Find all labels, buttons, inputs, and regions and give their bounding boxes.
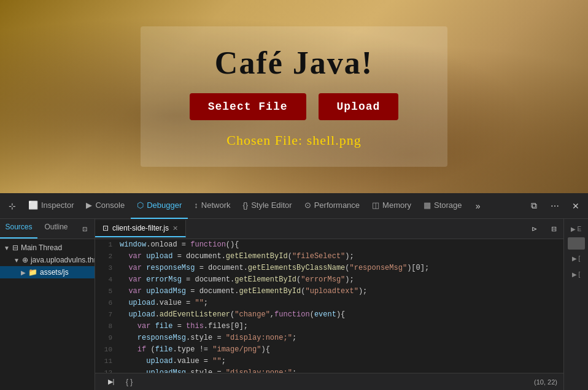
code-line-2: 2 var upload = document.getElementById("…	[95, 251, 563, 262]
page-content: Café Java! Select File Upload Chosen Fil…	[141, 26, 448, 167]
cursor-icon[interactable]: ⊹	[2, 196, 22, 216]
code-line-10: 10 if (file.type != "image/png"){	[95, 344, 563, 356]
more-tabs-button[interactable]: »	[468, 196, 488, 216]
code-tab-filter[interactable]: ⊡ client-side-filter.js ✕	[95, 220, 186, 237]
line-code: var uploadMsg = document.getElementById(…	[117, 286, 563, 297]
line-number: 8	[95, 321, 117, 332]
page-area: Café Java! Select File Upload Chosen Fil…	[0, 0, 588, 193]
right-panel: ▶ E ▶ [ ▶ [	[563, 219, 588, 390]
line-number: 1	[95, 239, 117, 251]
line-code: upload.value = "";	[117, 356, 563, 367]
chosen-file-label: Chosen File: shell.png	[226, 132, 361, 148]
tab-close-button[interactable]: ✕	[172, 224, 178, 232]
line-code: if (file.type != "image/png"){	[117, 344, 563, 356]
watch-button[interactable]	[568, 237, 585, 250]
split-view-button[interactable]: ⊟	[544, 219, 563, 239]
options-button[interactable]: ⋯	[545, 196, 565, 216]
callstack-button[interactable]: ▶ [	[567, 267, 586, 281]
line-number: 3	[95, 262, 117, 274]
line-number: 7	[95, 309, 117, 321]
bottom-bar: ▶| { } (10, 22)	[95, 373, 563, 390]
tab-debugger[interactable]: ⬡ Debugger	[131, 193, 188, 219]
tab-inspector[interactable]: ⬜ Inspector	[22, 193, 80, 219]
debugger-icon: ⬡	[137, 201, 144, 210]
performance-icon: ⊙	[304, 201, 311, 210]
line-code: var errorMsg = document.getElementById("…	[117, 274, 563, 286]
network-icon: ↕	[194, 201, 198, 210]
button-row: Select File Upload	[190, 93, 399, 120]
line-code: upload.value = "";	[117, 297, 563, 309]
file-tree: ▼ ⊟ Main Thread ▼ ⊕ java.uploadvulns.thm…	[0, 239, 95, 390]
console-icon: ▶	[86, 201, 92, 210]
code-line-8: 8 var file = this.files[0];	[95, 321, 563, 332]
line-code: var upload = document.getElementById("fi…	[117, 251, 563, 262]
line-number: 9	[95, 332, 117, 344]
upload-button[interactable]: Upload	[319, 93, 399, 120]
line-number: 10	[95, 344, 117, 356]
cafe-title-text: Café Java!	[215, 45, 373, 80]
tree-arrow: ▼	[4, 245, 10, 251]
code-line-12: 12 uploadMsg.style = "display:none;";	[95, 367, 563, 373]
tab-sources[interactable]: Sources	[0, 219, 37, 239]
panel-tabs: Sources Outline ⊡	[0, 219, 95, 239]
storage-icon: ▦	[424, 201, 431, 210]
close-button[interactable]: ✕	[566, 196, 586, 216]
select-file-button[interactable]: Select File	[190, 93, 306, 120]
scope-button[interactable]: ▶ E	[567, 221, 586, 236]
line-number: 5	[95, 286, 117, 297]
globe-icon: ⊕	[22, 256, 28, 264]
thread-icon: ⊟	[12, 243, 18, 252]
tree-arrow-domain: ▼	[14, 257, 20, 264]
tab-performance[interactable]: ⊙ Performance	[298, 193, 366, 219]
inspector-icon: ⬜	[28, 201, 38, 210]
panel-options-button[interactable]: ⊡	[75, 219, 95, 239]
line-code: var responseMsg = document.getElementsBy…	[117, 262, 563, 274]
style-editor-icon: {}	[242, 201, 248, 210]
line-number: 2	[95, 251, 117, 262]
tree-main-thread[interactable]: ▼ ⊟ Main Thread	[0, 242, 95, 254]
folder-icon: 📁	[28, 268, 37, 277]
js-file-icon: ⊡	[103, 224, 109, 232]
code-line-1: 1 window.onload = function(){	[95, 239, 563, 251]
line-number: 4	[95, 274, 117, 286]
devtools-body: Sources Outline ⊡ ▼ ⊟ Main Thread ▼ ⊕ ja…	[0, 219, 588, 390]
memory-icon: ◫	[372, 201, 379, 210]
tab-outline[interactable]: Outline	[37, 219, 75, 239]
code-panel-options[interactable]: ⊳	[524, 219, 544, 239]
dock-button[interactable]: ⧉	[524, 196, 544, 216]
breakpoints-button[interactable]: ▶ [	[567, 251, 586, 266]
tree-arrow-folder: ▶	[21, 269, 26, 276]
line-number: 11	[95, 356, 117, 367]
pretty-print-button[interactable]: { }	[126, 378, 133, 386]
step-over-button[interactable]: ▶|	[101, 372, 121, 391]
bottom-left: ▶| { }	[101, 372, 133, 391]
line-number: 6	[95, 297, 117, 309]
code-line-11: 11 upload.value = "";	[95, 356, 563, 367]
code-panel: ⊡ client-side-filter.js ✕ ⊳ ⊟ 1 window.o…	[95, 219, 563, 390]
code-line-5: 5 var uploadMsg = document.getElementByI…	[95, 286, 563, 297]
tree-domain[interactable]: ▼ ⊕ java.uploadvulns.thm	[0, 254, 95, 266]
cursor-position: (10, 22)	[534, 378, 557, 386]
line-code: responseMsg.style = "display:none;";	[117, 332, 563, 344]
code-line-3: 3 var responseMsg = document.getElements…	[95, 262, 563, 274]
code-line-6: 6 upload.value = "";	[95, 297, 563, 309]
tab-network[interactable]: ↕ Network	[188, 193, 236, 219]
tree-folder[interactable]: ▶ 📁 assets/js	[0, 266, 95, 278]
code-line-9: 9 responseMsg.style = "display:none;";	[95, 332, 563, 344]
code-line-7: 7 upload.addEventListener("change",funct…	[95, 309, 563, 321]
left-panel: Sources Outline ⊡ ▼ ⊟ Main Thread ▼ ⊕ ja…	[0, 219, 95, 390]
line-code: uploadMsg.style = "display:none;";	[117, 367, 563, 373]
code-area[interactable]: 1 window.onload = function(){ 2 var uplo…	[95, 239, 563, 373]
code-tabs: ⊡ client-side-filter.js ✕ ⊳ ⊟	[95, 219, 563, 239]
tab-console[interactable]: ▶ Console	[80, 193, 131, 219]
devtools-toolbar: ⊹ ⬜ Inspector ▶ Console ⬡ Debugger ↕ Net…	[0, 193, 588, 219]
tab-storage[interactable]: ▦ Storage	[417, 193, 468, 219]
tab-memory[interactable]: ◫ Memory	[366, 193, 417, 219]
code-line-4: 4 var errorMsg = document.getElementById…	[95, 274, 563, 286]
tab-style-editor[interactable]: {} Style Editor	[236, 193, 298, 219]
line-code: window.onload = function(){	[117, 239, 563, 251]
toolbar-actions: ⧉ ⋯ ✕	[524, 196, 586, 216]
line-code: var file = this.files[0];	[117, 321, 563, 332]
devtools-panel: ⊹ ⬜ Inspector ▶ Console ⬡ Debugger ↕ Net…	[0, 193, 588, 390]
cafe-title: Café Java!	[215, 45, 373, 81]
